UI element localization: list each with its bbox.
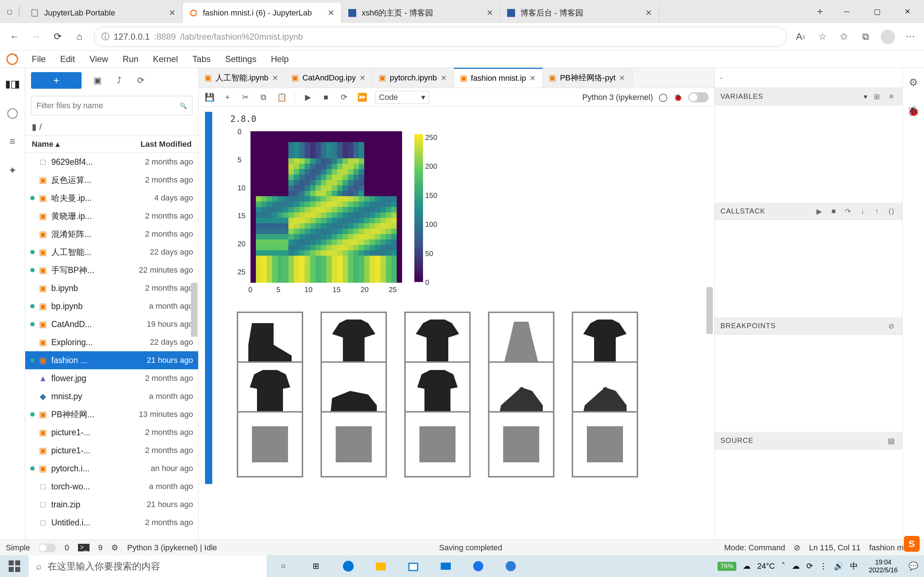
file-row[interactable]: ▣手写BP神...22 minutes ago [25, 261, 198, 279]
menu-edit[interactable]: Edit [53, 50, 82, 68]
file-row[interactable]: □Untitled.i...2 months ago [25, 514, 198, 532]
scrollbar-thumb[interactable] [706, 287, 713, 334]
weather-icon[interactable]: ☁ [743, 561, 751, 571]
close-icon[interactable]: ✕ [485, 9, 494, 17]
close-icon[interactable]: ✕ [619, 74, 626, 82]
new-tab-button[interactable]: + [810, 0, 830, 23]
more-icon[interactable]: ⋯ [904, 30, 917, 43]
debugger-sidebar-icon[interactable]: 🐞 [906, 104, 921, 118]
file-row[interactable]: ▣反色运算...2 months ago [25, 171, 198, 189]
notifications-icon[interactable]: 💬 [908, 561, 918, 571]
variables-header[interactable]: VARIABLES ▾ ⊞ ≡ [715, 88, 902, 105]
favorites-bar-icon[interactable]: ✩ [837, 30, 850, 43]
menu-help[interactable]: Help [263, 50, 296, 68]
tab-actions-icon[interactable]: ▢ [4, 6, 15, 16]
browser-tab[interactable]: xsh6的主页 - 博客园✕ [341, 3, 500, 23]
step-out-icon[interactable]: ↑ [872, 206, 882, 216]
edge-icon[interactable] [332, 555, 365, 577]
col-modified[interactable]: Last Modified [141, 140, 192, 149]
onedrive-icon[interactable]: ☁ [792, 561, 800, 571]
table-view-icon[interactable]: ≡ [887, 92, 897, 102]
jupyter-logo[interactable] [4, 51, 20, 67]
clear-breakpoints-icon[interactable]: ⊘ [887, 321, 897, 331]
run-all-icon[interactable]: ⏩ [357, 92, 367, 102]
terminal-icon[interactable]: >_ [78, 544, 90, 551]
file-row[interactable]: ▣PB神经网...13 minutes ago [25, 405, 198, 423]
close-icon[interactable]: ✕ [327, 9, 335, 17]
window-maximize[interactable]: ▢ [863, 2, 891, 22]
notebook-area[interactable]: 2.8.0 0510152025 0510152025 050100150200… [199, 107, 714, 540]
file-row[interactable]: ◆mnist.pya month ago [25, 387, 198, 405]
kernel-name[interactable]: Python 3 (ipykernel) [582, 93, 653, 102]
save-icon[interactable]: 💾 [204, 92, 215, 102]
update-icon[interactable]: ⟳ [806, 561, 813, 571]
close-icon[interactable]: ✕ [530, 74, 537, 82]
simple-toggle[interactable] [39, 543, 56, 552]
file-row[interactable]: □9629e8f4...2 months ago [25, 153, 198, 171]
running-icon[interactable]: ◯ [5, 105, 20, 120]
volume-icon[interactable]: 🔊 [834, 561, 843, 571]
close-icon[interactable]: ✕ [441, 74, 448, 82]
document-tab[interactable]: ▣PB神经网络-pyt✕ [543, 68, 632, 88]
upload-icon[interactable]: ⤴ [113, 75, 125, 86]
file-row[interactable]: □train.zip21 hours ago [25, 495, 198, 514]
browser-tab[interactable]: JupyterLab Portable✕ [24, 3, 183, 23]
nav-back[interactable]: ← [7, 29, 22, 44]
breadcrumb[interactable]: ▮ / [25, 118, 198, 135]
menu-file[interactable]: File [24, 50, 53, 68]
close-icon[interactable]: ✕ [168, 9, 176, 17]
pause-icon[interactable]: ■ [829, 206, 839, 216]
nav-refresh[interactable]: ⟳ [50, 29, 65, 44]
step-in-icon[interactable]: ↓ [858, 206, 868, 216]
nav-home[interactable]: ⌂ [72, 29, 87, 44]
document-tab[interactable]: ▣pytorch.ipynb✕ [373, 68, 454, 88]
url-input[interactable]: ⓘ 127.0.0.1:8889/lab/tree/fashion%20mnis… [94, 27, 787, 47]
property-inspector-icon[interactable]: ⚙ [906, 75, 921, 89]
close-icon[interactable]: ✕ [644, 9, 653, 17]
add-cell-icon[interactable]: + [222, 92, 233, 102]
file-filter-input[interactable] [36, 101, 176, 110]
mode-status[interactable]: Mode: Command [724, 543, 785, 553]
filebrowser-icon[interactable]: ▮◨ [5, 76, 20, 91]
scrollbar-thumb[interactable] [191, 283, 197, 337]
chevron-up-icon[interactable]: ˄ [782, 561, 785, 571]
file-row[interactable]: ▣fashion ...21 hours ago [25, 351, 198, 369]
toc-icon[interactable]: ≡ [5, 134, 20, 148]
lsp-icon[interactable]: ⚙ [111, 543, 118, 553]
read-aloud-icon[interactable]: A)) [794, 30, 807, 43]
store-icon[interactable] [397, 555, 430, 577]
run-icon[interactable]: ▶ [303, 92, 313, 102]
taskview-icon[interactable]: ⊞ [300, 555, 332, 577]
document-tab[interactable]: ▣人工智能.ipynb✕ [199, 68, 286, 88]
cut-icon[interactable]: ✂ [241, 92, 250, 102]
copy-icon[interactable]: ⧉ [258, 92, 268, 102]
menu-view[interactable]: View [82, 50, 115, 68]
sogou-ime-badge[interactable]: S [904, 536, 920, 552]
file-row[interactable]: ▣picture1-...2 months ago [25, 423, 198, 442]
file-row[interactable]: ▣pytorch.i...an hour ago [25, 459, 198, 477]
wifi-icon[interactable]: ⋮ [819, 561, 827, 571]
start-button[interactable] [0, 555, 29, 577]
window-close[interactable]: ✕ [894, 2, 921, 22]
lncol-status[interactable]: Ln 115, Col 11 [809, 543, 861, 553]
explorer-icon[interactable] [365, 555, 397, 577]
debugger-toggle[interactable] [688, 92, 709, 102]
file-row[interactable]: ▣Exploring...22 days ago [25, 333, 198, 351]
file-row[interactable]: ▣bp.ipynba month ago [25, 297, 198, 315]
collections-icon[interactable]: ⧉ [859, 30, 872, 43]
callstack-header[interactable]: CALLSTACK ▶ ■ ↷ ↓ ↑ ⟨⟩ [715, 203, 902, 220]
cortana-icon[interactable]: ○ [267, 555, 300, 577]
profile-avatar[interactable] [881, 29, 895, 44]
file-row[interactable]: ▣人工智能...22 days ago [25, 243, 198, 261]
file-row[interactable]: ▲flower.jpg2 months ago [25, 369, 198, 387]
file-filter[interactable]: 🔍 [31, 96, 192, 115]
tree-view-icon[interactable]: ⊞ [872, 92, 882, 102]
refresh-icon[interactable]: ⟳ [135, 75, 147, 86]
file-row[interactable]: ▣b.ipynb2 months ago [25, 279, 198, 297]
col-name[interactable]: Name ▴ [32, 140, 141, 149]
debugger-icon[interactable]: 🐞 [674, 93, 683, 102]
mail-icon[interactable] [430, 555, 462, 577]
continue-icon[interactable]: ▶ [814, 206, 824, 216]
document-tab[interactable]: ▣fashion mnist.ip✕ [454, 68, 543, 88]
open-source-icon[interactable]: ▤ [887, 436, 897, 446]
